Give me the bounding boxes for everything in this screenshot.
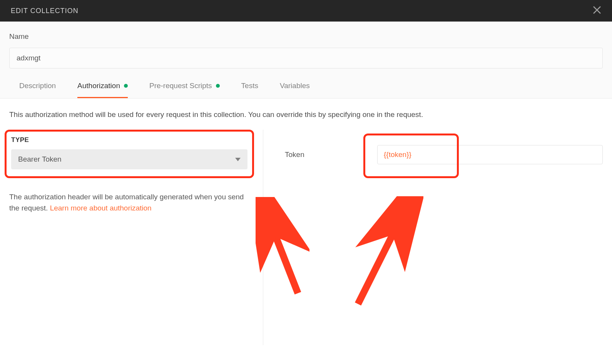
auth-right-column: Token — [263, 130, 603, 345]
token-label: Token — [285, 150, 377, 159]
auth-left-column: TYPE Bearer Token The authorization head… — [9, 130, 263, 345]
modal-title: EDIT COLLECTION — [11, 7, 79, 15]
auth-type-select[interactable]: Bearer Token — [11, 149, 247, 169]
token-input[interactable] — [377, 145, 603, 164]
chevron-down-icon — [235, 155, 241, 164]
status-dot-icon — [216, 84, 220, 88]
upper-section: Name Description Authorization Pre-reque… — [0, 22, 612, 99]
type-label: TYPE — [11, 136, 247, 144]
modal-header: EDIT COLLECTION — [0, 0, 612, 22]
tab-tests[interactable]: Tests — [241, 82, 258, 98]
tab-variables[interactable]: Variables — [280, 82, 310, 98]
tab-label: Tests — [241, 82, 258, 90]
tab-label: Pre-request Scripts — [149, 82, 212, 90]
token-input-wrap — [377, 145, 603, 164]
annotation-highlight-box: TYPE Bearer Token — [5, 130, 254, 178]
svg-marker-2 — [235, 158, 241, 161]
auth-info-text: This authorization method will be used f… — [9, 109, 603, 120]
tab-label: Variables — [280, 82, 310, 90]
auth-columns: TYPE Bearer Token The authorization head… — [9, 130, 603, 345]
tabs-row: Description Authorization Pre-request Sc… — [9, 82, 603, 98]
auth-type-value: Bearer Token — [18, 155, 62, 164]
name-label: Name — [9, 32, 603, 41]
tab-authorization[interactable]: Authorization — [77, 82, 128, 98]
auth-help-text: The authorization header will be automat… — [9, 191, 254, 214]
token-row: Token — [285, 145, 603, 164]
tab-content: This authorization method will be used f… — [0, 99, 612, 356]
learn-more-link[interactable]: Learn more about authorization — [50, 204, 152, 212]
tab-pre-request-scripts[interactable]: Pre-request Scripts — [149, 82, 220, 98]
tab-label: Description — [19, 82, 56, 90]
tab-description[interactable]: Description — [19, 82, 56, 98]
close-icon[interactable] — [593, 5, 601, 16]
tab-label: Authorization — [77, 82, 120, 90]
name-input[interactable] — [9, 48, 603, 68]
status-dot-icon — [124, 84, 128, 88]
